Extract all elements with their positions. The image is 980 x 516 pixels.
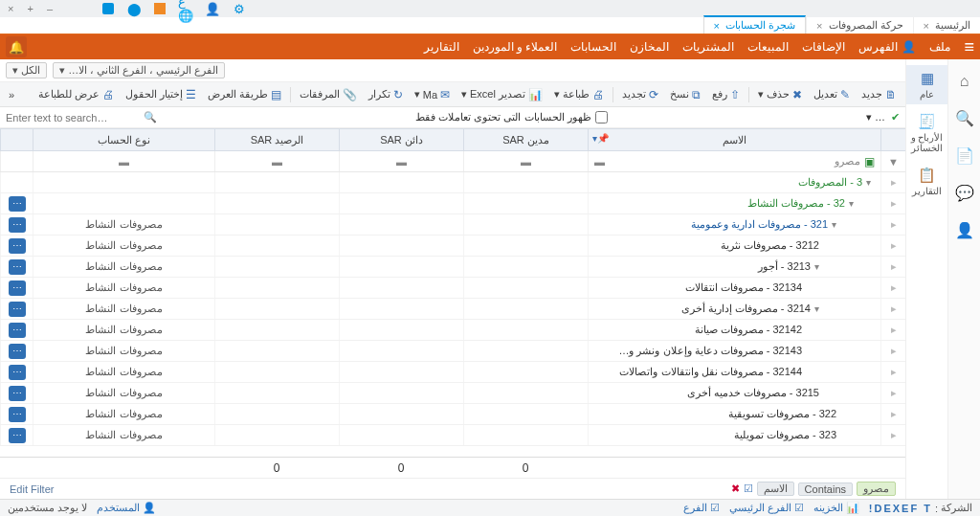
print-preview-button[interactable]: 🖨عرض للطباعة (33, 86, 119, 103)
tree-toggle-icon[interactable]: ▾ (814, 261, 819, 272)
table-row[interactable]: ▸32144 - مصروفات نقل وانتقالات واتصالاتم… (0, 362, 905, 383)
table-row[interactable]: ▸32143 - مصروفات دعاية وإعلان ونشر و…مصر… (0, 341, 905, 362)
menu-stores[interactable]: المخازن (630, 40, 669, 54)
status-user[interactable]: 👤 المستخدم (97, 502, 156, 514)
export-excel-button[interactable]: 📊تصدير Excel ▾ (457, 86, 547, 103)
menu-additions[interactable]: الإضافات (802, 40, 845, 54)
table-row[interactable]: ▸3212 - مصروفات نثريةمصروفات النشاط⋯ (0, 236, 905, 257)
table-row[interactable]: ▸32142 - مصروفات صيانةمصروفات النشاط⋯ (0, 320, 905, 341)
grid-body[interactable]: ▸▾3 - المصروفات▸▾32 - مصروفات النشاط⋯▸▾3… (0, 172, 905, 457)
clear-filter-icon[interactable]: ✖ (731, 482, 740, 495)
globe-icon[interactable]: ع🌐 (179, 2, 192, 15)
table-row[interactable]: ▸32134 - مصروفات انتقالاتمصروفات النشاط⋯ (0, 278, 905, 299)
rail-profits[interactable]: 🧾الأرباح و الخسائر (906, 108, 947, 158)
tree-toggle-icon[interactable]: ▾ (832, 219, 836, 230)
filter-debit[interactable]: ▬ (463, 151, 588, 171)
table-row[interactable]: ▸322 - مصروفات تسويقيةمصروفات النشاط⋯ (0, 404, 905, 425)
close-icon[interactable]: × (924, 20, 929, 32)
branch-path-dropdown[interactable]: الفرع الرئيسي ، الفرع الثاني ، الا… ▾ (53, 62, 225, 79)
table-row[interactable]: ▸▾32 - مصروفات النشاط⋯ (0, 193, 905, 214)
row-action-chip[interactable]: ⋯ (9, 344, 26, 359)
table-row[interactable]: ▸▾3213 - أجورمصروفات النشاط⋯ (0, 257, 905, 278)
window-min-icon[interactable]: – (47, 3, 53, 14)
home-icon[interactable]: ⌂ (960, 73, 969, 90)
notifications-bell-icon[interactable]: 🔔 (6, 36, 27, 57)
col-credit[interactable]: دائن SAR (339, 129, 463, 150)
grid-search[interactable]: 🔍 (6, 111, 157, 123)
copy-button[interactable]: ⧉نسخ (665, 86, 705, 103)
search-icon[interactable]: 🔍 (955, 109, 974, 127)
options-dots-icon[interactable]: … ▾ (866, 111, 885, 123)
status-branch[interactable]: ☑ الفرع الرئيسي (729, 502, 804, 514)
filter-type[interactable]: ▬ (33, 151, 214, 171)
renew-button[interactable]: ⟳تجديد (617, 86, 663, 103)
row-action-chip[interactable]: ⋯ (9, 196, 26, 212)
chat-icon[interactable]: 💬 (955, 184, 974, 202)
view-mode-button[interactable]: ▤طريقة العرض (203, 86, 286, 103)
hamburger-icon[interactable]: ≡ (964, 37, 974, 57)
print-button[interactable]: 🖨طباعة ▾ (549, 86, 609, 103)
attachments-button[interactable]: 📎المرفقات (295, 86, 362, 103)
table-row[interactable]: ▸323 - مصروفات تمويليةمصروفات النشاط⋯ (0, 425, 905, 446)
filter-pill-op[interactable]: Contains (798, 482, 853, 496)
table-row[interactable]: ▸3215 - مصروفات خدميه أخرىمصروفات النشاط… (0, 383, 905, 404)
row-action-chip[interactable]: ⋯ (9, 302, 26, 317)
filter-funnel-icon[interactable]: ▼ (880, 151, 905, 171)
status-treasury[interactable]: 📊 الخزينه (813, 502, 859, 514)
filter-enabled-checkbox[interactable]: ☑ (744, 482, 753, 495)
table-row[interactable]: ▸▾321 - مصروفات ادارية وعموميةمصروفات ال… (0, 214, 905, 236)
close-icon[interactable]: × (714, 20, 720, 32)
row-action-chip[interactable]: ⋯ (9, 217, 26, 233)
col-type[interactable]: نوع الحساب (33, 129, 214, 150)
close-icon[interactable]: × (816, 20, 822, 32)
settings-gear-icon[interactable]: ⚙ (233, 2, 246, 15)
search-input[interactable] (6, 112, 140, 123)
menu-purchases[interactable]: المشتريات (682, 40, 734, 54)
filter-pill-field[interactable]: الاسم (757, 482, 794, 496)
edit-filter-link[interactable]: Edit Filter (10, 483, 54, 495)
toolbar-chevron[interactable]: « (4, 87, 19, 102)
row-action-chip[interactable]: ⋯ (9, 428, 26, 443)
toggle-icon[interactable]: ⬤ (127, 2, 141, 15)
col-debit[interactable]: مدين SAR (463, 129, 588, 150)
window-close-icon[interactable]: × (8, 3, 13, 14)
filter-balance[interactable]: ▬ (214, 151, 339, 171)
only-with-transactions-checkbox[interactable]: ظهور الحسابات التى تحتوى تعاملات فقط (415, 111, 607, 123)
menu-clients[interactable]: العملاء و الموردين (473, 40, 558, 54)
choose-columns-button[interactable]: ☰إختيار الحقول (121, 86, 201, 103)
tree-toggle-icon[interactable]: ▾ (849, 198, 854, 209)
ma-button[interactable]: ✉Ma ▾ (410, 86, 455, 103)
menu-file[interactable]: ملف (929, 40, 950, 54)
tab-home[interactable]: الرئيسية× (913, 17, 980, 34)
tab-expenses-movement[interactable]: حركة المصروفات× (806, 17, 913, 34)
tree-toggle-icon[interactable]: ▾ (814, 303, 819, 314)
rail-general[interactable]: ▦عام (906, 65, 947, 104)
tab-accounts-tree[interactable]: شجرة الحسابات× (703, 15, 807, 34)
new-button[interactable]: 🗎جديد (857, 86, 902, 103)
rail-reports[interactable]: 📋التقارير (906, 162, 947, 201)
filter-credit[interactable]: ▬ (339, 151, 463, 171)
col-balance[interactable]: الرصيد SAR (214, 129, 339, 150)
edit-button[interactable]: ✎تعديل (809, 86, 855, 103)
column-pin-icon[interactable]: 📌▾ (592, 133, 609, 144)
scope-dropdown[interactable]: الكل ▾ (6, 62, 47, 79)
filter-name-input[interactable]: ▣مصرو▬ (588, 151, 880, 171)
menu-index[interactable]: 👤الفهرس (858, 40, 916, 54)
menu-sales[interactable]: المبيعات (747, 40, 789, 54)
document-icon[interactable]: 📄 (955, 146, 974, 165)
user-icon[interactable]: 👤 (206, 2, 219, 15)
table-row[interactable]: ▸▾3 - المصروفات (0, 172, 905, 193)
row-action-chip[interactable]: ⋯ (9, 238, 26, 254)
tree-toggle-icon[interactable]: ▾ (866, 177, 871, 188)
row-action-chip[interactable]: ⋯ (9, 365, 26, 380)
row-action-chip[interactable]: ⋯ (9, 323, 26, 338)
repeat-button[interactable]: ↻تكرار (364, 86, 408, 103)
table-row[interactable]: ▸▾3214 - مصروفات إدارية أخرىمصروفات النش… (0, 299, 905, 320)
upload-button[interactable]: ⇧رفع (707, 86, 745, 103)
delete-button[interactable]: ✖حذف ▾ (753, 86, 807, 103)
filter-pill-value[interactable]: مصرو (857, 482, 896, 496)
window-plus-icon[interactable]: + (27, 3, 33, 14)
row-action-chip[interactable]: ⋯ (9, 259, 26, 275)
row-action-chip[interactable]: ⋯ (9, 280, 26, 296)
col-name[interactable]: الاسم📌▾ (588, 129, 880, 150)
